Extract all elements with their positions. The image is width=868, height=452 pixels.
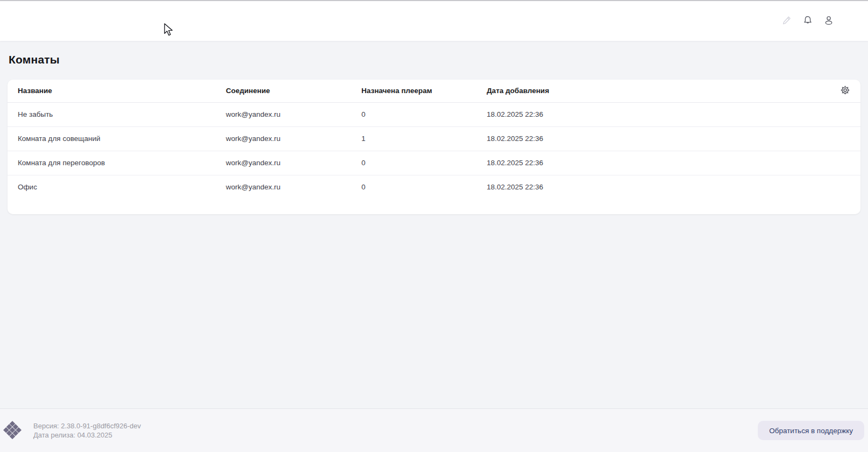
room-players-cell: 1: [361, 126, 487, 151]
user-icon: [823, 15, 834, 27]
room-name-cell: Комната для переговоров: [8, 151, 226, 175]
room-connection-cell: work@yandex.ru: [226, 126, 361, 151]
version-info: Версия: 2.38.0-91-g8df6cf926-dev Дата ре…: [33, 421, 141, 440]
room-connection-cell: work@yandex.ru: [226, 151, 361, 175]
room-name-cell: Комната для совещаний: [8, 126, 226, 151]
room-players-cell: 0: [361, 175, 487, 199]
rooms-table: Название Соединение Назначена плеерам Да…: [8, 80, 860, 199]
column-header-players: Назначена плеерам: [361, 80, 487, 102]
room-players-cell: 0: [361, 102, 487, 126]
rooms-table-card: Название Соединение Назначена плеерам Да…: [8, 80, 860, 214]
room-date-cell: 18.02.2025 22:36: [487, 126, 838, 151]
room-players-cell: 0: [361, 151, 487, 175]
table-row[interactable]: Комната для совещаний work@yandex.ru 1 1…: [8, 126, 860, 151]
table-settings-button[interactable]: [839, 85, 851, 97]
column-header-date: Дата добавления: [487, 80, 838, 102]
top-bar: [0, 1, 868, 41]
room-name-cell: Не забыть: [8, 102, 226, 126]
column-header-name: Название: [8, 80, 226, 102]
room-connection-cell: work@yandex.ru: [226, 175, 361, 199]
edit-button[interactable]: [781, 15, 793, 27]
pencil-icon: [781, 15, 792, 27]
account-button[interactable]: [823, 15, 835, 27]
footer: Версия: 2.38.0-91-g8df6cf926-dev Дата ре…: [0, 408, 868, 452]
room-date-cell: 18.02.2025 22:36: [487, 175, 838, 199]
room-connection-cell: work@yandex.ru: [226, 102, 361, 126]
gear-icon: [839, 84, 851, 97]
column-header-connection: Соединение: [226, 80, 361, 102]
page-title: Комнаты: [9, 53, 860, 67]
table-row[interactable]: Комната для переговоров work@yandex.ru 0…: [8, 151, 860, 175]
table-header-row: Название Соединение Назначена плеерам Да…: [8, 80, 860, 102]
bell-icon: [802, 15, 813, 27]
room-date-cell: 18.02.2025 22:36: [487, 151, 838, 175]
release-date-label: Дата релиза: 04.03.2025: [33, 430, 141, 440]
notifications-button[interactable]: [802, 15, 814, 27]
app-logo-icon: [3, 421, 22, 441]
table-row[interactable]: Офис work@yandex.ru 0 18.02.2025 22:36: [8, 175, 860, 199]
room-date-cell: 18.02.2025 22:36: [487, 102, 838, 126]
room-name-cell: Офис: [8, 175, 226, 199]
content-area: Комнаты Название Соединение Назначена пл…: [0, 41, 868, 214]
table-row[interactable]: Не забыть work@yandex.ru 0 18.02.2025 22…: [8, 102, 860, 126]
version-label: Версия: 2.38.0-91-g8df6cf926-dev: [33, 421, 141, 430]
contact-support-button[interactable]: Обратиться в поддержку: [758, 421, 864, 440]
